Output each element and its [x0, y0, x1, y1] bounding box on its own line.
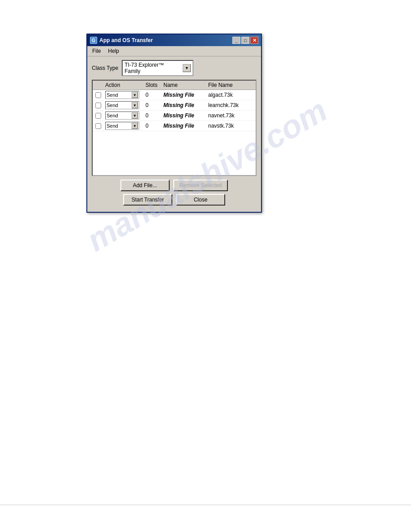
bottom-rule [0, 505, 411, 505]
row2-action-select[interactable]: Send ▼ [105, 101, 139, 109]
row1-action-cell: Send ▼ [103, 91, 144, 99]
window-icon: G [90, 37, 97, 44]
row2-slots: 0 [144, 102, 162, 108]
header-name: Name [162, 82, 206, 88]
menu-help[interactable]: Help [107, 47, 120, 55]
row4-filename: navstk.73k [206, 123, 256, 129]
close-window-button[interactable]: ✕ [250, 37, 258, 44]
row3-filename: navnet.73k [206, 112, 256, 119]
title-buttons: _ □ ✕ [232, 37, 258, 44]
row1-action-select[interactable]: Send ▼ [105, 91, 139, 99]
row3-checkbox-cell [93, 113, 103, 119]
menu-bar: File Help [87, 46, 261, 56]
row3-name: Missing File [162, 112, 206, 119]
remove-selected-button[interactable]: Remove Selected [173, 180, 228, 191]
minimize-button[interactable]: _ [232, 37, 240, 44]
table-row: Send ▼ 0 Missing File learnchk.73k [93, 100, 256, 111]
row2-name: Missing File [162, 102, 206, 108]
row1-slots: 0 [144, 92, 162, 98]
row1-name: Missing File [162, 92, 206, 98]
row1-filename: algact.73k [206, 92, 256, 98]
start-transfer-button[interactable]: Start Transfer [123, 194, 172, 206]
class-type-select[interactable]: TI-73 Explorer™ Family ▼ [122, 60, 193, 76]
class-type-dropdown-arrow[interactable]: ▼ [183, 64, 191, 72]
row2-checkbox[interactable] [95, 103, 101, 108]
class-type-label: Class Type [92, 65, 118, 71]
class-type-row: Class Type TI-73 Explorer™ Family ▼ [92, 60, 257, 76]
table-body: Send ▼ 0 Missing File algact.73k [93, 90, 256, 175]
row3-action-value: Send [107, 113, 118, 118]
row4-action-select[interactable]: Send ▼ [105, 122, 139, 130]
buttons-row-1: Add File... Remove Selected [92, 180, 257, 191]
file-table: Action Slots Name File Name Send ▼ [92, 80, 257, 176]
row3-action-arrow[interactable]: ▼ [132, 112, 138, 119]
row4-action-value: Send [107, 123, 118, 129]
add-file-button[interactable]: Add File... [120, 180, 170, 191]
row1-checkbox-cell [93, 92, 103, 98]
row1-action-arrow[interactable]: ▼ [132, 92, 138, 98]
window-title: App and OS Transfer [99, 37, 153, 43]
close-button[interactable]: Close [176, 194, 225, 206]
row4-action-cell: Send ▼ [103, 122, 144, 130]
menu-file[interactable]: File [91, 47, 102, 55]
app-window: G App and OS Transfer _ □ ✕ File Help Cl… [86, 34, 262, 213]
header-checkbox-col [93, 82, 103, 88]
row3-action-cell: Send ▼ [103, 112, 144, 120]
row4-slots: 0 [144, 123, 162, 129]
row4-checkbox[interactable] [95, 123, 101, 129]
header-slots: Slots [144, 82, 162, 88]
row4-action-arrow[interactable]: ▼ [132, 123, 138, 129]
row4-checkbox-cell [93, 123, 103, 129]
row1-checkbox[interactable] [95, 92, 101, 98]
row3-checkbox[interactable] [95, 113, 101, 119]
title-bar-left: G App and OS Transfer [90, 37, 153, 44]
row1-action-value: Send [107, 92, 118, 98]
row3-action-select[interactable]: Send ▼ [105, 112, 139, 120]
row2-filename: learnchk.73k [206, 102, 256, 108]
buttons-row-2: Start Transfer Close [92, 194, 257, 206]
table-row: Send ▼ 0 Missing File navstk.73k [93, 121, 256, 131]
table-row: Send ▼ 0 Missing File navnet.73k [93, 111, 256, 121]
class-type-value: TI-73 Explorer™ Family [124, 62, 181, 74]
maximize-button[interactable]: □ [241, 37, 249, 44]
table-row: Send ▼ 0 Missing File algact.73k [93, 90, 256, 100]
row2-action-cell: Send ▼ [103, 101, 144, 109]
header-filename: File Name [206, 82, 256, 88]
row3-slots: 0 [144, 112, 162, 119]
row2-checkbox-cell [93, 103, 103, 108]
row4-name: Missing File [162, 123, 206, 129]
row2-action-value: Send [107, 103, 118, 108]
header-action: Action [103, 82, 144, 88]
table-header: Action Slots Name File Name [93, 81, 256, 90]
title-bar: G App and OS Transfer _ □ ✕ [87, 34, 261, 46]
row2-action-arrow[interactable]: ▼ [132, 102, 138, 108]
content-area: Class Type TI-73 Explorer™ Family ▼ Acti… [87, 56, 261, 212]
